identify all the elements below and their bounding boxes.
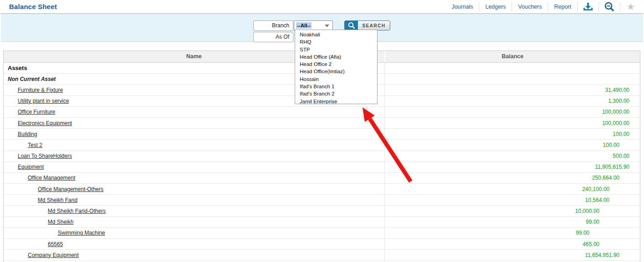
table-row: Office Management-Others240,100.00 — [4, 184, 640, 195]
table-row: Building100.00 — [4, 129, 640, 140]
branch-option[interactable]: Head Office(Imtiaz) — [295, 68, 377, 75]
account-link[interactable]: Md Sheikh Farid — [38, 197, 77, 203]
account-link[interactable]: Md Sheikh Farid-Others — [48, 208, 106, 214]
account-link[interactable]: 65565 — [48, 241, 63, 247]
account-name-cell: Swimming Machine — [4, 228, 385, 238]
zoom-out-button[interactable] — [599, 0, 620, 13]
table-row: Office Furniture100,000.00 — [4, 107, 640, 118]
account-name-cell: Test 2 — [4, 140, 385, 150]
account-link[interactable]: Furniture & Fixture — [18, 87, 63, 93]
account-name-cell: Office Furniture — [4, 107, 385, 117]
column-header-balance: Balance — [385, 51, 640, 62]
branch-option[interactable]: Jamil Enterprise — [295, 98, 377, 104]
table-row: Test 2100.00 — [4, 140, 640, 151]
favorite-button[interactable]: ★ — [620, 0, 641, 13]
star-icon: ★ — [627, 1, 635, 13]
account-link[interactable]: Office Furniture — [18, 109, 55, 115]
table-row: Electronics Equipment100,000.00 — [4, 118, 640, 129]
account-name-cell: Building — [4, 129, 385, 139]
search-button-label: SEARCH — [358, 21, 390, 30]
balance-value: 250,664.00 — [385, 175, 640, 181]
nav-link-vouchers[interactable]: Vouchers — [512, 0, 548, 13]
account-link[interactable]: Building — [18, 131, 37, 137]
branch-option[interactable]: Noakhali — [295, 31, 377, 38]
branch-option[interactable]: Ifad's Branch 1 — [295, 83, 377, 90]
account-name-cell: Office Management — [4, 173, 385, 183]
balance-value: 100,000.00 — [385, 109, 640, 115]
zoom-out-icon — [604, 2, 615, 12]
table-row: Company Equipment11,654,951.90 — [4, 250, 640, 261]
table-row: Swimming Machine99.00 — [4, 228, 640, 239]
branch-option[interactable]: Head Office (Afia) — [295, 53, 377, 60]
branch-label: Branch — [253, 20, 293, 31]
balance-value: 100.00 — [385, 131, 640, 137]
asof-label: As Of — [253, 32, 293, 42]
nav-link-journals[interactable]: Journals — [446, 0, 479, 13]
balance-value: 10,564.00 — [385, 197, 640, 203]
balance-value: 1,300.00 — [385, 98, 640, 104]
account-link[interactable]: Md Sheikh — [48, 219, 74, 225]
account-name-cell: 65565 — [4, 239, 385, 249]
table-row: Loan To ShareHolders500.00 — [4, 151, 640, 162]
account-link[interactable]: Test 2 — [28, 142, 42, 148]
branch-option[interactable]: STP — [295, 46, 377, 53]
branch-option[interactable]: Head Office 2 — [295, 60, 377, 68]
account-name-cell: Equipment — [4, 162, 385, 172]
balance-value: 500.00 — [385, 153, 640, 159]
account-name-cell: Md Sheikh Farid-Others — [4, 206, 385, 216]
nav-link-report[interactable]: Report — [548, 0, 577, 13]
table-row: Md Sheikh Farid-Others10,000.00 — [4, 206, 640, 217]
balance-value: 11,654,951.90 — [385, 252, 640, 258]
account-link[interactable]: Office Management-Others — [38, 186, 104, 192]
balance-value: 240,100.00 — [385, 186, 640, 192]
download-icon — [583, 2, 594, 11]
table-row: Md Sheikh Farid10,564.00 — [4, 195, 640, 206]
table-row: Equipment11,905,615.90 — [4, 162, 640, 173]
account-name-cell: Office Management-Others — [4, 184, 385, 194]
account-name-cell: Company Equipment — [4, 250, 385, 260]
chevron-down-icon — [325, 25, 329, 27]
account-name-cell: Md Sheikh Farid — [4, 195, 385, 205]
top-nav: JournalsLedgersVouchersReport ★ — [446, 0, 641, 14]
balance-value: 100,000.00 — [385, 120, 640, 126]
account-link[interactable]: Loan To ShareHolders — [18, 153, 72, 159]
account-name-cell: Md Sheikh — [4, 217, 385, 227]
table-row: Office Management250,664.00 — [4, 173, 640, 184]
account-link[interactable]: Utility plant in service — [18, 98, 69, 104]
branch-option[interactable]: Ifad's Branch 2 — [295, 90, 377, 97]
page-title: Balance Sheet — [9, 0, 57, 14]
account-name-cell: Loan To ShareHolders — [4, 151, 385, 161]
table-row: 65565465.00 — [4, 239, 640, 250]
account-link[interactable]: Electronics Equipment — [18, 120, 72, 126]
balance-value: 10,000.00 — [385, 208, 640, 214]
branch-selected-value: --All-- — [296, 22, 312, 29]
branch-option[interactable]: RHQ — [295, 38, 377, 45]
account-link[interactable]: Office Management — [28, 175, 75, 181]
account-link[interactable]: Swimming Machine — [58, 230, 105, 236]
download-button[interactable] — [578, 0, 599, 13]
table-row: Md Sheikh99.00 — [4, 217, 640, 228]
top-bar: Balance Sheet JournalsLedgersVouchersRep… — [0, 0, 644, 14]
branch-dropdown-list: NoakhaliRHQSTPHead Office (Afia)Head Off… — [295, 30, 377, 104]
account-link[interactable]: Company Equipment — [28, 252, 79, 258]
balance-value: 99.00 — [385, 219, 640, 225]
balance-value: 100.00 — [385, 142, 640, 148]
balance-value: 11,905,615.90 — [385, 164, 640, 170]
search-button[interactable]: SEARCH — [344, 20, 390, 30]
branch-option[interactable]: Hossain — [295, 76, 377, 83]
account-name-cell: Electronics Equipment — [4, 118, 385, 128]
balance-value: 465.00 — [385, 241, 640, 247]
balance-value: 31,490.00 — [385, 87, 640, 93]
balance-value: 99.00 — [385, 230, 640, 236]
search-icon — [345, 21, 358, 30]
account-link[interactable]: Equipment — [18, 164, 44, 170]
nav-link-ledgers[interactable]: Ledgers — [479, 0, 512, 13]
